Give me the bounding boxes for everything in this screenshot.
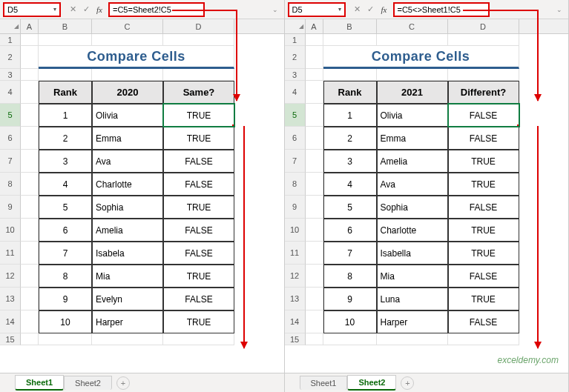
result-cell[interactable]: FALSE	[163, 288, 234, 310]
rank-cell[interactable]: 4	[39, 173, 92, 196]
row-header[interactable]: 4	[285, 81, 306, 104]
row-header[interactable]: 4	[0, 81, 21, 104]
col-header[interactable]: B	[39, 19, 92, 33]
name-cell[interactable]: Mia	[377, 265, 448, 288]
name-cell[interactable]: Charlotte	[92, 173, 163, 196]
row-header[interactable]: 9	[285, 196, 306, 219]
rank-cell[interactable]: 5	[39, 196, 92, 219]
result-cell[interactable]: TRUE	[163, 196, 234, 219]
row-header[interactable]: 6	[285, 127, 306, 150]
row-header[interactable]: 1	[0, 34, 21, 46]
name-cell[interactable]: Charlotte	[377, 219, 448, 242]
col-header[interactable]: A	[21, 19, 39, 33]
result-cell[interactable]: TRUE	[448, 242, 519, 265]
name-cell[interactable]: Sophia	[92, 196, 163, 219]
name-cell[interactable]: Emma	[92, 127, 163, 150]
rank-cell[interactable]: 6	[39, 219, 92, 242]
col-header[interactable]: C	[92, 19, 163, 33]
rank-cell[interactable]: 10	[39, 310, 92, 333]
expand-formula-icon[interactable]: ⌄	[556, 6, 565, 13]
expand-formula-icon[interactable]: ⌄	[272, 6, 281, 13]
rank-cell[interactable]: 7	[323, 242, 377, 265]
rank-cell[interactable]: 9	[323, 288, 377, 310]
header-result[interactable]: Same?	[163, 81, 234, 104]
name-cell[interactable]: Harper	[92, 310, 163, 333]
rank-cell[interactable]: 10	[323, 310, 377, 333]
name-cell[interactable]: Emma	[377, 127, 448, 150]
fill-handle[interactable]	[517, 124, 519, 127]
rank-cell[interactable]: 7	[39, 242, 92, 265]
rank-cell[interactable]: 1	[323, 104, 377, 127]
row-header[interactable]: 12	[0, 265, 21, 288]
col-header[interactable]: C	[377, 19, 448, 33]
name-box[interactable]: D5 ▾	[288, 2, 346, 17]
enter-icon[interactable]: ✓	[365, 4, 377, 16]
fx-icon[interactable]: fx	[93, 4, 105, 16]
name-cell[interactable]: Mia	[92, 265, 163, 288]
result-cell[interactable]: FALSE	[163, 173, 234, 196]
rank-cell[interactable]: 2	[323, 127, 377, 150]
header-year[interactable]: 2021	[377, 81, 448, 104]
result-cell[interactable]: TRUE	[163, 310, 234, 333]
rank-cell[interactable]: 2	[39, 127, 92, 150]
name-cell[interactable]: Amelia	[92, 219, 163, 242]
row-header[interactable]: 3	[285, 69, 306, 81]
row-header[interactable]: 11	[285, 242, 306, 265]
row-header[interactable]: 11	[0, 242, 21, 265]
col-header[interactable]: D	[448, 19, 519, 33]
row-header[interactable]: 15	[285, 333, 306, 345]
title-cell[interactable]: Compare Cells	[323, 46, 519, 69]
fx-icon[interactable]: fx	[378, 4, 390, 16]
name-cell[interactable]: Isabella	[377, 242, 448, 265]
header-rank[interactable]: Rank	[323, 81, 377, 104]
result-cell[interactable]: FALSE	[448, 104, 519, 127]
result-cell[interactable]: FALSE	[163, 242, 234, 265]
row-header[interactable]: 6	[0, 127, 21, 150]
row-header[interactable]: 13	[285, 288, 306, 310]
result-cell[interactable]: TRUE	[448, 150, 519, 173]
add-sheet-icon[interactable]: +	[116, 376, 130, 390]
result-cell[interactable]: TRUE	[448, 219, 519, 242]
title-cell[interactable]: Compare Cells	[39, 46, 234, 69]
select-all-corner[interactable]: ◢	[285, 19, 306, 33]
row-header[interactable]: 2	[285, 46, 306, 69]
cancel-icon[interactable]: ✕	[67, 4, 79, 16]
rank-cell[interactable]: 8	[39, 265, 92, 288]
row-header[interactable]: 3	[0, 69, 21, 81]
select-all-corner[interactable]: ◢	[0, 19, 21, 33]
name-cell[interactable]: Amelia	[377, 150, 448, 173]
row-header[interactable]: 7	[285, 150, 306, 173]
rank-cell[interactable]: 8	[323, 265, 377, 288]
row-header[interactable]: 8	[285, 173, 306, 196]
result-cell[interactable]: TRUE	[448, 288, 519, 310]
result-cell[interactable]: TRUE	[163, 265, 234, 288]
row-header[interactable]: 2	[0, 46, 21, 69]
result-cell[interactable]: FALSE	[448, 127, 519, 150]
rank-cell[interactable]: 3	[323, 150, 377, 173]
rank-cell[interactable]: 3	[39, 150, 92, 173]
add-sheet-icon[interactable]: +	[401, 376, 414, 390]
row-header[interactable]: 1	[285, 34, 306, 46]
row-header[interactable]: 14	[285, 310, 306, 333]
col-header[interactable]: A	[306, 19, 323, 33]
name-cell[interactable]: Ava	[92, 150, 163, 173]
result-cell[interactable]: TRUE	[163, 104, 234, 127]
row-header[interactable]: 10	[0, 219, 21, 242]
col-header[interactable]: D	[163, 19, 234, 33]
name-cell[interactable]: Olivia	[92, 104, 163, 127]
row-header[interactable]: 15	[0, 333, 21, 345]
name-cell[interactable]: Evelyn	[92, 288, 163, 310]
cancel-icon[interactable]: ✕	[352, 4, 364, 16]
row-header[interactable]: 7	[0, 150, 21, 173]
col-header[interactable]: B	[323, 19, 377, 33]
row-header[interactable]: 8	[0, 173, 21, 196]
result-cell[interactable]: FALSE	[163, 150, 234, 173]
result-cell[interactable]: FALSE	[448, 265, 519, 288]
sheet-tab[interactable]: Sheet2	[347, 375, 396, 391]
sheet-tab[interactable]: Sheet2	[64, 376, 112, 390]
row-header[interactable]: 10	[285, 219, 306, 242]
result-cell[interactable]: FALSE	[448, 310, 519, 333]
name-cell[interactable]: Harper	[377, 310, 448, 333]
name-cell[interactable]: Sophia	[377, 196, 448, 219]
name-cell[interactable]: Isabela	[92, 242, 163, 265]
